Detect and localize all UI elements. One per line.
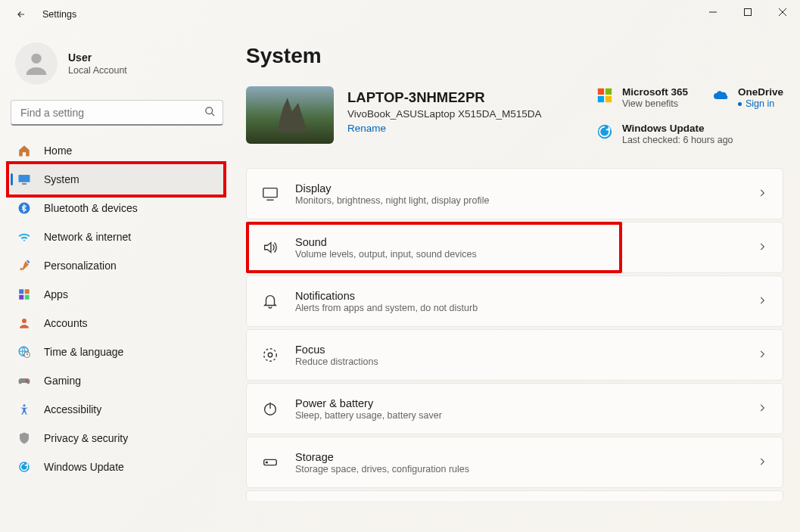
person-icon (17, 316, 32, 331)
chevron-right-icon (757, 456, 767, 469)
status-title: OneDrive (738, 86, 783, 98)
card-power[interactable]: Power & battery Sleep, battery usage, ba… (246, 383, 783, 434)
back-button[interactable] (11, 4, 32, 25)
user-account-type: Local Account (68, 65, 127, 76)
card-title: Display (295, 182, 489, 194)
svg-point-17 (26, 380, 27, 381)
highlight-annotation (6, 161, 226, 198)
svg-point-33 (266, 462, 268, 463)
settings-cards: Display Monitors, brightness, night ligh… (246, 168, 783, 501)
svg-rect-23 (598, 96, 604, 102)
update-icon (596, 123, 613, 140)
page-title: System (246, 44, 783, 68)
card-sub: Volume levels, output, input, sound devi… (295, 249, 477, 260)
shield-icon (17, 431, 32, 446)
sidebar-item-apps[interactable]: Apps (11, 280, 225, 309)
display-icon (262, 185, 279, 202)
search-wrap (11, 100, 223, 126)
sidebar-item-gaming[interactable]: Gaming (11, 366, 225, 395)
wifi-icon (17, 229, 32, 244)
status-onedrive[interactable]: OneDrive Sign in (712, 86, 783, 109)
chevron-right-icon (757, 241, 767, 254)
sound-icon (262, 239, 279, 256)
svg-point-29 (268, 353, 272, 357)
sidebar-item-label: Privacy & security (44, 432, 128, 444)
sidebar-item-bluetooth[interactable]: Bluetooth & devices (11, 194, 225, 222)
card-display[interactable]: Display Monitors, brightness, night ligh… (246, 168, 783, 219)
sidebar-item-privacy[interactable]: Privacy & security (11, 424, 225, 453)
card-storage[interactable]: Storage Storage space, drives, configura… (246, 437, 783, 488)
svg-rect-21 (598, 89, 604, 95)
card-title: Sound (295, 236, 477, 248)
sidebar-item-home[interactable]: Home (11, 136, 225, 165)
svg-rect-11 (25, 289, 30, 294)
gamepad-icon (17, 373, 32, 388)
svg-rect-22 (605, 89, 612, 95)
status-windows-update[interactable]: Windows Update Last checked: 6 hours ago (596, 123, 783, 145)
card-sub: Alerts from apps and system, do not dist… (295, 303, 478, 313)
window-title: Settings (42, 9, 76, 20)
sidebar-item-update[interactable]: Windows Update (11, 453, 225, 481)
svg-line-6 (211, 113, 214, 116)
card-sound[interactable]: Sound Volume levels, output, input, soun… (246, 222, 783, 273)
sidebar-item-accessibility[interactable]: Accessibility (11, 395, 225, 424)
onedrive-icon (712, 87, 729, 104)
svg-rect-26 (263, 188, 277, 198)
sidebar-item-time[interactable]: Time & language (11, 338, 225, 366)
sidebar: User Local Account Home System Bluetoo (0, 29, 231, 532)
card-title: Power & battery (295, 397, 442, 409)
close-button[interactable] (765, 0, 800, 24)
device-model: VivoBook_ASUSLaptop X515DA_M515DA (347, 108, 541, 120)
status-title: Microsoft 365 (622, 86, 688, 98)
sidebar-item-label: Personalization (44, 260, 117, 272)
status-title: Windows Update (622, 123, 733, 134)
paintbrush-icon (17, 258, 32, 273)
svg-rect-10 (19, 289, 23, 294)
svg-rect-8 (22, 183, 26, 185)
status-ms365[interactable]: Microsoft 365 View benefits (596, 86, 688, 109)
onedrive-signin-link[interactable]: Sign in (738, 98, 783, 109)
system-icon (17, 172, 32, 187)
card-partial-next[interactable] (246, 490, 783, 501)
home-icon (17, 143, 32, 158)
apps-icon (17, 287, 32, 302)
user-account-row[interactable]: User Local Account (11, 29, 225, 100)
storage-icon (262, 454, 279, 471)
rename-link[interactable]: Rename (347, 123, 386, 134)
sidebar-item-label: Network & internet (44, 231, 131, 243)
window-controls (696, 0, 800, 29)
svg-point-18 (27, 381, 29, 383)
svg-point-14 (22, 319, 26, 323)
card-focus[interactable]: Focus Reduce distractions (246, 329, 783, 381)
maximize-button[interactable] (730, 0, 765, 24)
status-sub: View benefits (622, 98, 688, 109)
sidebar-item-label: Windows Update (44, 461, 124, 473)
accessibility-icon (17, 402, 32, 417)
card-sub: Storage space, drives, configuration rul… (295, 464, 469, 474)
sidebar-item-label: Time & language (44, 346, 123, 358)
sidebar-item-label: Home (44, 145, 72, 157)
globe-clock-icon (17, 344, 32, 359)
search-input[interactable] (11, 100, 223, 126)
sidebar-item-accounts[interactable]: Accounts (11, 309, 225, 338)
status-sub-text: Sign in (746, 98, 774, 109)
bluetooth-icon (17, 201, 32, 216)
sidebar-item-network[interactable]: Network & internet (11, 222, 225, 251)
card-title: Notifications (295, 290, 478, 302)
minimize-button[interactable] (696, 0, 730, 24)
sidebar-item-label: Bluetooth & devices (44, 202, 138, 214)
status-sub: Last checked: 6 hours ago (622, 135, 733, 145)
sidebar-item-personalization[interactable]: Personalization (11, 251, 225, 280)
microsoft-logo-icon (596, 87, 613, 104)
device-info: LAPTOP-3NHME2PR VivoBook_ASUSLaptop X515… (347, 86, 541, 145)
card-notifications[interactable]: Notifications Alerts from apps and syste… (246, 275, 783, 327)
sidebar-item-system[interactable]: System (11, 165, 225, 194)
device-wallpaper-thumbnail[interactable] (246, 86, 334, 144)
chevron-right-icon (757, 188, 767, 201)
sidebar-item-label: Accessibility (44, 403, 101, 415)
svg-rect-13 (25, 295, 30, 300)
device-name: LAPTOP-3NHME2PR (347, 89, 541, 106)
titlebar: Settings (0, 0, 800, 29)
svg-point-4 (31, 54, 41, 64)
card-title: Storage (295, 451, 469, 463)
